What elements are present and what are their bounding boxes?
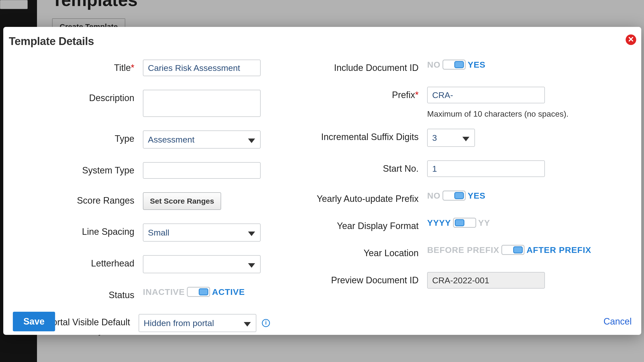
include-doc-id-switch[interactable] (442, 60, 466, 70)
year-format-switch[interactable] (453, 218, 476, 228)
auto-update-label: Yearly Auto-update Prefix (270, 191, 427, 204)
year-format-toggle[interactable]: YYYY YY (427, 218, 490, 228)
year-format-yy-label: YY (478, 218, 490, 228)
preview-output (427, 272, 545, 289)
close-button[interactable] (626, 34, 636, 45)
title-label: Title* (3, 60, 143, 73)
include-doc-id-label: Include Document ID (270, 60, 427, 73)
year-location-label: Year Location (270, 245, 427, 258)
status-toggle[interactable]: INACTIVE ACTIVE (143, 287, 245, 297)
description-label: Description (3, 90, 143, 103)
letterhead-select[interactable] (143, 255, 261, 273)
type-label: Type (3, 130, 143, 144)
prefix-input[interactable] (427, 87, 545, 103)
status-off-label: INACTIVE (143, 287, 185, 297)
close-icon (628, 36, 634, 43)
score-ranges-label: Score Ranges (3, 192, 143, 206)
line-spacing-select[interactable]: Small (143, 223, 261, 242)
set-score-ranges-button[interactable]: Set Score Ranges (143, 192, 221, 210)
status-on-label: ACTIVE (212, 287, 245, 297)
modal-title: Template Details (9, 35, 94, 48)
system-type-label: System Type (3, 162, 143, 176)
year-location-before-label: BEFORE PREFIX (427, 245, 499, 255)
start-no-label: Start No. (270, 160, 427, 174)
include-doc-id-toggle[interactable]: NO YES (427, 60, 486, 70)
year-location-after-label: AFTER PREFIX (527, 245, 591, 255)
status-switch[interactable] (187, 287, 210, 297)
title-input[interactable] (143, 60, 261, 76)
type-select[interactable]: Assessment (143, 130, 261, 149)
auto-update-yes-label: YES (468, 191, 486, 201)
status-label: Status (3, 287, 143, 300)
save-button[interactable]: Save (13, 312, 55, 331)
year-location-switch[interactable] (501, 245, 525, 255)
start-no-input[interactable] (427, 160, 545, 177)
system-type-input[interactable] (143, 162, 261, 179)
letterhead-label: Letterhead (3, 255, 143, 269)
prefix-help-text: Maximum of 10 characters (no spaces). (427, 109, 569, 119)
cancel-link[interactable]: Cancel (603, 316, 632, 327)
auto-update-toggle[interactable]: NO YES (427, 191, 486, 201)
include-doc-id-yes-label: YES (468, 60, 486, 70)
auto-update-no-label: NO (427, 191, 440, 201)
description-input[interactable] (143, 90, 261, 117)
template-details-modal: Template Details Title* Description Type (3, 27, 641, 335)
prefix-label: Prefix* (270, 87, 427, 100)
line-spacing-label: Line Spacing (3, 223, 143, 237)
suffix-digits-label: Incremental Suffix Digits (270, 129, 427, 142)
year-format-yyyy-label: YYYY (427, 218, 451, 228)
year-location-toggle[interactable]: BEFORE PREFIX AFTER PREFIX (427, 245, 591, 255)
preview-label: Preview Document ID (270, 272, 427, 286)
include-doc-id-no-label: NO (427, 60, 440, 70)
suffix-digits-select[interactable]: 3 (427, 129, 475, 147)
auto-update-switch[interactable] (442, 191, 466, 201)
year-format-label: Year Display Format (270, 218, 427, 231)
